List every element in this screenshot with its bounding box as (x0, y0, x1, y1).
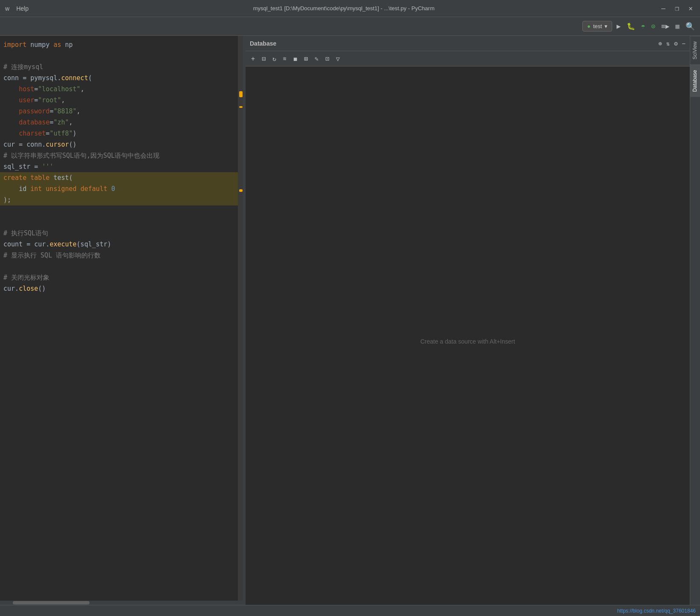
code-line-1: import numpy as np (0, 39, 243, 50)
db-add-datasource-icon[interactable]: ⊕ (658, 40, 662, 47)
code-line-5: host="localhost", (0, 84, 243, 95)
code-line-4: conn = pymysql.connect( (0, 72, 243, 84)
sidebar-tab-sciview[interactable]: SciView (690, 36, 700, 64)
run-config-selector[interactable]: ● test ▾ (582, 21, 612, 32)
profile-button[interactable]: ⊙ (649, 20, 657, 32)
database-toolbar: + ⊟ ↻ ≋ ◼ ⊞ ✎ ⊡ ▽ (246, 51, 690, 67)
code-line-16 (0, 205, 243, 217)
menu-w[interactable]: w (5, 5, 9, 12)
search-everywhere-button[interactable]: 🔍 (684, 20, 697, 32)
db-table-btn[interactable]: ⊞ (302, 54, 310, 64)
code-line-12: sql_str = ''' (0, 161, 243, 172)
menu-help[interactable]: Help (16, 5, 29, 12)
right-sidebar: SciView Database (690, 36, 700, 616)
code-line-6: user="root", (0, 95, 243, 106)
window-title: mysql_test1 [D:\MyDocument\code\py\mysql… (35, 5, 652, 12)
run-config-dropdown-icon[interactable]: ▾ (605, 23, 607, 29)
database-panel-title: Database (250, 40, 654, 47)
build-menu-button[interactable]: ≡▶ (660, 20, 671, 32)
coverage-button[interactable]: ☂ (639, 20, 647, 32)
run-button[interactable]: ▶ (615, 20, 622, 32)
main-layout: import numpy as np # 连接mysql conn = pymy… (0, 36, 700, 616)
code-editor[interactable]: import numpy as np # 连接mysql conn = pymy… (0, 36, 243, 616)
code-line-2 (0, 50, 243, 61)
code-line-18: # 执行SQL语句 (0, 228, 243, 239)
db-collapse-icon[interactable]: − (682, 40, 686, 47)
horizontal-scrollbar-thumb[interactable] (13, 601, 90, 604)
code-line-14: id int unsigned default 0 (0, 183, 243, 194)
db-remove-btn[interactable]: ⊟ (260, 54, 268, 64)
db-filter-btn[interactable]: ▽ (334, 54, 342, 64)
db-view-btn[interactable]: ⊡ (323, 54, 331, 64)
code-line-21 (0, 261, 243, 272)
code-content: import numpy as np # 连接mysql conn = pymy… (0, 36, 243, 298)
code-line-9: charset="utf8") (0, 128, 243, 139)
close-btn[interactable]: ✕ (686, 4, 695, 12)
code-line-7: password="8818", (0, 106, 243, 117)
db-add-btn[interactable]: + (249, 54, 257, 64)
code-line-17 (0, 217, 243, 228)
menu-bar[interactable]: w Help (5, 5, 29, 12)
code-line-23: cur.close() (0, 283, 243, 294)
code-line-22: # 关闭光标对象 (0, 272, 243, 283)
code-line-20: # 显示执行 SQL 语句影响的行数 (0, 250, 243, 261)
code-line-8: database="zh", (0, 117, 243, 128)
db-edit-btn[interactable]: ✎ (312, 54, 321, 64)
database-panel: Database ⊕ ⇅ ⚙ − + ⊟ ↻ ≋ ◼ ⊞ ✎ ⊡ ▽ Creat… (246, 36, 690, 616)
code-line-15: ); (0, 194, 243, 205)
horizontal-scrollbar[interactable] (0, 601, 243, 605)
minimize-btn[interactable]: — (659, 4, 668, 12)
statusbar: https://blog.csdn.net/qq_37601846 (0, 605, 700, 616)
main-toolbar: ● test ▾ ▶ 🐛 ☂ ⊙ ≡▶ ■ 🔍 (0, 17, 700, 36)
statusbar-link[interactable]: https://blog.csdn.net/qq_37601846 (617, 608, 696, 614)
titlebar: w Help mysql_test1 [D:\MyDocument\code\p… (0, 0, 700, 17)
debug-button[interactable]: 🐛 (625, 20, 637, 32)
maximize-btn[interactable]: ❐ (673, 4, 681, 12)
stop-button[interactable]: ■ (674, 20, 681, 32)
code-line-10: cur = conn.cursor() (0, 139, 243, 150)
sidebar-tab-database[interactable]: Database (690, 64, 700, 97)
database-panel-header: Database ⊕ ⇅ ⚙ − (246, 36, 690, 51)
code-line-13: create table test( (0, 172, 243, 183)
code-line-3: # 连接mysql (0, 61, 243, 72)
database-empty-message: Create a data source with Alt+Insert (420, 338, 515, 345)
db-layout-icon[interactable]: ⇅ (666, 40, 670, 47)
db-schema-btn[interactable]: ≋ (281, 54, 289, 63)
db-refresh-btn[interactable]: ↻ (270, 54, 278, 64)
db-settings-icon[interactable]: ⚙ (674, 40, 677, 47)
window-controls[interactable]: — ❐ ✕ (659, 4, 695, 12)
database-empty-state: Create a data source with Alt+Insert (246, 67, 690, 616)
code-line-11: # 以字符串形式书写SQL语句,因为SQL语句中也会出现 (0, 150, 243, 161)
db-stop-btn[interactable]: ◼ (291, 54, 299, 64)
run-config-label: test (593, 23, 602, 29)
code-line-19: count = cur.execute(sql_str) (0, 239, 243, 250)
